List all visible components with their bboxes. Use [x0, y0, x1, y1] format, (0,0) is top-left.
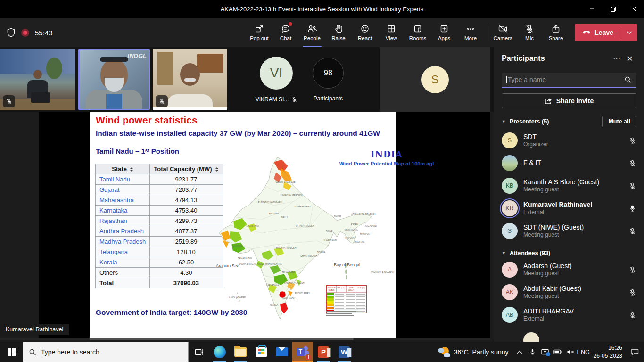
video-tile-2-active-speaker[interactable]: INDGL [78, 49, 150, 110]
more-button[interactable]: More [457, 18, 484, 47]
leave-button-group: Leave [575, 24, 637, 41]
microsoft-store-icon [256, 347, 267, 357]
share-button[interactable]: Share [543, 18, 569, 47]
tray-battery-icon[interactable] [552, 342, 564, 362]
tray-volume-muted-icon[interactable] [564, 342, 577, 362]
start-button[interactable] [0, 342, 23, 362]
apps-button[interactable]: Apps [431, 18, 457, 47]
file-explorer-taskbar-icon[interactable] [230, 342, 251, 362]
map-state-label: PUDUCHERRY [295, 292, 310, 294]
mic-status-icon[interactable] [627, 266, 637, 273]
map-state-label: KERALA [270, 304, 278, 306]
table-row: Karnataka4753.40 [96, 206, 223, 216]
more-icon [466, 24, 475, 33]
tray-expand-chevron[interactable] [513, 342, 526, 362]
table-row: Tamil Nadu9231.77 [96, 174, 223, 185]
people-button[interactable]: People [299, 18, 325, 47]
taskbar-clock[interactable]: 16:26 26-05-2023 [590, 344, 626, 359]
minimize-button[interactable] [582, 0, 603, 18]
slide-subtitle: Indian state-wise installed capacity 37 … [96, 129, 380, 138]
map-legend-notes [326, 311, 369, 317]
mic-status-icon[interactable] [627, 205, 637, 212]
mic-status-icon[interactable] [627, 312, 637, 319]
react-button[interactable]: React [352, 18, 378, 47]
island-label-andaman: ANDAMAN & NICOBAR [371, 271, 394, 273]
powerpoint-taskbar-icon[interactable]: P [313, 342, 334, 362]
panel-more-icon[interactable]: ⋯ [610, 54, 623, 63]
share-invite-button[interactable]: Share invite [502, 93, 636, 108]
map-state-label: DELHI [281, 216, 288, 218]
chevron-down-icon [627, 31, 632, 34]
view-grid-icon [387, 24, 396, 33]
word-taskbar-icon[interactable]: W [334, 342, 355, 362]
map-legend: COLOUR SCALEWS (m/s)WPD (W/m²)CUF (%) [326, 285, 367, 313]
notification-center-button[interactable] [626, 342, 644, 362]
leave-button[interactable]: Leave [575, 24, 621, 41]
taskbar-weather[interactable]: 36°C Partly sunny [433, 342, 513, 362]
teams-taskbar-icon[interactable]: T 1 [292, 342, 313, 362]
store-taskbar-icon[interactable] [251, 342, 272, 362]
search-icon [624, 76, 632, 83]
slide-footer: Government of India target: 140GW by 203… [96, 308, 247, 317]
panel-close-icon[interactable]: ✕ [623, 54, 636, 63]
file-explorer-icon [234, 347, 247, 357]
popout-button[interactable]: Pop out [246, 18, 272, 47]
slide-title: Wind power statistics [96, 115, 198, 126]
video-tile-s[interactable]: S [380, 47, 490, 112]
participant-search[interactable] [502, 73, 636, 88]
map-state-label: MIZORAM [354, 240, 364, 243]
camera-button[interactable]: Camera [490, 18, 516, 47]
video-tile-1[interactable] [0, 49, 75, 110]
tray-mic-icon[interactable] [526, 342, 539, 362]
chat-button[interactable]: Chat [272, 18, 299, 47]
mic-status-icon[interactable] [627, 289, 637, 296]
mic-status-icon[interactable] [627, 228, 637, 235]
view-button[interactable]: View [378, 18, 405, 47]
avatar-photo [502, 155, 518, 171]
participant-row[interactable]: F & IT [494, 152, 644, 174]
spotlight-participant[interactable]: VI VIKRAM SI... [258, 49, 294, 103]
horizontal-scrollbar[interactable] [0, 338, 490, 340]
taskbar-search[interactable]: Type here to search [23, 342, 189, 362]
mute-all-button[interactable]: Mute all [602, 116, 636, 127]
participant-row[interactable]: AK Abdul Kabir (Guest)Meeting guest [494, 281, 644, 304]
raise-hand-button[interactable]: Raise [325, 18, 352, 47]
map-state-label: TAMIL NADU [282, 297, 295, 300]
rooms-button[interactable]: Rooms [405, 18, 431, 47]
avatar: AB [502, 307, 518, 323]
restore-button[interactable] [603, 0, 623, 18]
video-tile-3[interactable] [153, 49, 227, 110]
mic-status-icon[interactable] [627, 160, 637, 167]
participants-overflow-bubble[interactable]: 98 Participants [309, 49, 347, 102]
avatar: S [502, 223, 518, 239]
share-invite-icon [545, 98, 553, 105]
participant-row[interactable]: S SDT (NIWE) (Guest)Meeting guest [494, 220, 644, 242]
participant-row-speaking[interactable]: KR Kumaravel RathinavelExternal [494, 197, 644, 220]
participant-row[interactable]: KB Karanth A S Blore (Guest)Meeting gues… [494, 174, 644, 197]
mic-status-icon[interactable] [627, 137, 637, 144]
map-state-label: HARYANA [269, 212, 279, 214]
language-indicator[interactable]: ENG [577, 342, 590, 362]
video-strip: INDGL VI VIKRAM SI... 98 Participants S [0, 47, 494, 112]
task-view-button[interactable] [189, 342, 209, 362]
avatar: S [502, 132, 518, 148]
mail-taskbar-icon[interactable] [272, 342, 292, 362]
mic-button[interactable]: Mic [516, 18, 543, 47]
tray-screenshare-icon[interactable] [539, 342, 552, 362]
participant-row[interactable]: AB ADITI BHARGAVExternal [494, 304, 644, 326]
mic-status-icon[interactable] [627, 182, 637, 189]
close-button[interactable] [623, 0, 644, 18]
leave-options-button[interactable] [621, 24, 637, 41]
participant-row[interactable]: S SDTOrganizer [494, 129, 644, 152]
participant-row[interactable]: A Aadarsh (Guest)Meeting guest [494, 258, 644, 281]
map-state-label: MANIPUR [360, 233, 370, 235]
table-row: Others4.30 [96, 268, 223, 278]
presenters-section-header[interactable]: ▼ Presenters (5) Mute all [502, 116, 636, 127]
search-input[interactable] [508, 76, 624, 83]
chevron-down-icon: ▼ [502, 251, 506, 255]
map-state-label: KARNATAKA [266, 284, 279, 286]
attendees-section-header[interactable]: ▼ Attendees (93) [502, 250, 636, 256]
chat-notification-dot [289, 22, 292, 26]
edge-taskbar-icon[interactable] [209, 342, 230, 362]
map-state-label: UTTAR PRADESH [296, 225, 314, 227]
